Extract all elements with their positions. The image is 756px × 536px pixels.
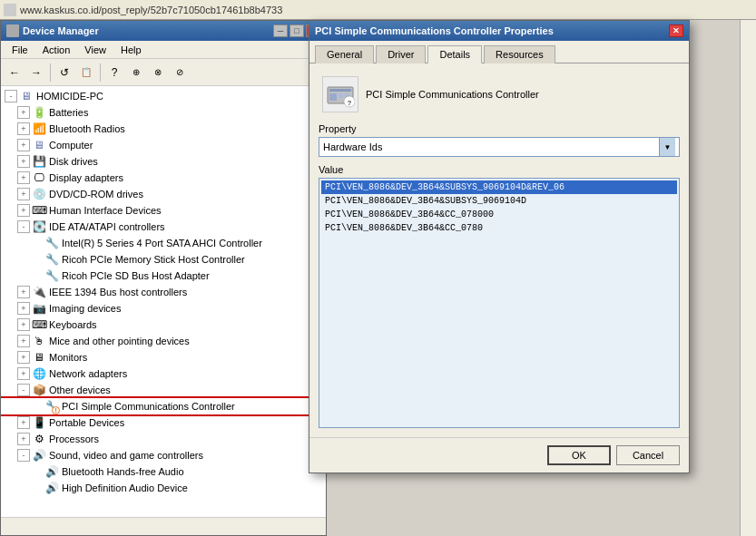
- help-button[interactable]: ?: [104, 63, 124, 83]
- expander-monitors[interactable]: +: [17, 351, 30, 364]
- icon-network: 🌐: [32, 366, 46, 381]
- value-item-0[interactable]: PCI\VEN_8086&DEV_3B64&SUBSYS_9069104D&RE…: [321, 180, 677, 194]
- tree-item-bluetooth[interactable]: + 📶 Bluetooth Radios: [1, 121, 326, 137]
- dialog-body: ? PCI Simple Communications Controller P…: [309, 63, 689, 437]
- expander-sound[interactable]: -: [17, 449, 30, 462]
- refresh-button[interactable]: ↺: [54, 63, 74, 83]
- icon-bt-audio: 🔊: [44, 464, 59, 479]
- back-button[interactable]: ←: [5, 63, 25, 83]
- tab-general[interactable]: General: [315, 45, 374, 63]
- menu-help[interactable]: Help: [113, 44, 149, 56]
- tree-item-dvd[interactable]: + 💿 DVD/CD-ROM drives: [1, 186, 326, 202]
- value-listbox[interactable]: PCI\VEN_8086&DEV_3B64&SUBSYS_9069104D&RE…: [319, 178, 680, 428]
- tree-label-ide: IDE ATA/ATAPI controllers: [49, 221, 165, 232]
- expander-network[interactable]: +: [17, 367, 30, 380]
- device-tree[interactable]: - 🖥 HOMICIDE-PC + 🔋 Batteries + 📶 Blueto…: [1, 86, 326, 517]
- tree-label-portable: Portable Devices: [49, 417, 124, 428]
- expander-batteries[interactable]: +: [17, 106, 30, 119]
- icon-batteries: 🔋: [32, 105, 46, 120]
- expander-ide[interactable]: -: [17, 220, 30, 233]
- tree-label-bt-audio: Bluetooth Hands-free Audio: [62, 466, 184, 477]
- tree-item-other[interactable]: - 📦 Other devices: [1, 382, 326, 398]
- tree-item-ide[interactable]: - 💽 IDE ATA/ATAPI controllers: [1, 219, 326, 235]
- expander-display[interactable]: +: [17, 171, 30, 184]
- device-btn-2[interactable]: ⊗: [148, 63, 168, 83]
- expander-portable[interactable]: +: [17, 416, 30, 429]
- property-section: Property Hardware Ids ▼: [319, 123, 680, 157]
- tree-item-diskdrives[interactable]: + 💾 Disk drives: [1, 153, 326, 170]
- tree-item-mice[interactable]: + 🖱 Mice and other pointing devices: [1, 333, 326, 349]
- tree-item-hid[interactable]: + ⌨ Human Interface Devices: [1, 202, 326, 219]
- tree-label-hid: Human Interface Devices: [49, 205, 162, 216]
- window-title: Device Manager: [23, 25, 99, 36]
- tree-item-portable[interactable]: + 📱 Portable Devices: [1, 414, 326, 431]
- cancel-button[interactable]: Cancel: [616, 445, 680, 465]
- tree-item-processors[interactable]: + ⚙ Processors: [1, 431, 326, 447]
- tree-label-keyboards: Keyboards: [49, 319, 97, 330]
- maximize-button[interactable]: □: [290, 24, 304, 37]
- tree-item-display[interactable]: + 🖵 Display adapters: [1, 170, 326, 186]
- expander-mice[interactable]: +: [17, 335, 30, 347]
- device-big-icon: ?: [322, 76, 358, 112]
- tree-label-computer: Computer: [49, 140, 93, 151]
- menu-action[interactable]: Action: [35, 44, 78, 56]
- svg-rect-1: [329, 89, 351, 92]
- expander-dvd[interactable]: +: [17, 188, 30, 200]
- tree-item-root[interactable]: - 🖥 HOMICIDE-PC: [1, 88, 326, 104]
- property-label: Property: [319, 123, 680, 134]
- expander-bluetooth[interactable]: +: [17, 122, 30, 135]
- tree-item-ide3[interactable]: 🔧 Ricoh PCIe SD Bus Host Adapter: [1, 268, 326, 284]
- tree-label-pci: PCI Simple Communications Controller: [62, 401, 235, 412]
- expander-processors[interactable]: +: [17, 433, 30, 445]
- expander-root[interactable]: -: [5, 90, 17, 102]
- device-btn-3[interactable]: ⊘: [170, 63, 190, 83]
- expander-imaging[interactable]: +: [17, 302, 30, 315]
- icon-sound: 🔊: [32, 448, 46, 463]
- tree-item-computer[interactable]: + 🖥 Computer: [1, 137, 326, 153]
- dialog-close-button[interactable]: ✕: [669, 24, 683, 37]
- tree-item-ieee[interactable]: + 🔌 IEEE 1394 Bus host controllers: [1, 284, 326, 300]
- forward-button[interactable]: →: [26, 63, 46, 83]
- tree-item-monitors[interactable]: + 🖥 Monitors: [1, 349, 326, 365]
- expander-disk[interactable]: +: [17, 155, 30, 168]
- tree-item-hd-audio[interactable]: 🔊 High Definition Audio Device: [1, 480, 326, 496]
- expander-ieee[interactable]: +: [17, 286, 30, 298]
- value-item-1[interactable]: PCI\VEN_8086&DEV_3B64&SUBSYS_9069104D: [321, 194, 677, 208]
- tree-label-sound: Sound, video and game controllers: [49, 450, 203, 461]
- expander-other[interactable]: -: [17, 384, 30, 396]
- properties-button[interactable]: 📋: [76, 63, 96, 83]
- expander-hid[interactable]: +: [17, 204, 30, 217]
- minimize-button[interactable]: ─: [273, 24, 288, 37]
- icon-ide1: 🔧: [44, 236, 59, 250]
- menu-view[interactable]: View: [77, 44, 113, 56]
- window-titlebar: Device Manager ─ □ ✕: [1, 21, 326, 41]
- tab-details[interactable]: Details: [427, 45, 482, 63]
- menu-file[interactable]: File: [5, 44, 35, 56]
- tree-item-bt-audio[interactable]: 🔊 Bluetooth Hands-free Audio: [1, 463, 326, 480]
- tree-label-hd-audio: High Definition Audio Device: [62, 482, 188, 493]
- tab-resources[interactable]: Resources: [484, 45, 555, 63]
- menu-bar: File Action View Help: [1, 41, 326, 59]
- tree-item-ide1[interactable]: 🔧 Intel(R) 5 Series 4 Port SATA AHCI Con…: [1, 235, 326, 251]
- expander-computer[interactable]: +: [17, 139, 30, 151]
- value-item-2[interactable]: PCI\VEN_8086&DEV_3B64&CC_078000: [321, 208, 677, 221]
- icon-other: 📦: [32, 383, 46, 397]
- tree-item-pci[interactable]: 🔧 ! PCI Simple Communications Controller: [1, 398, 326, 414]
- tab-driver[interactable]: Driver: [376, 45, 426, 63]
- tree-item-ide2[interactable]: 🔧 Ricoh PCIe Memory Stick Host Controlle…: [1, 251, 326, 268]
- tree-item-imaging[interactable]: + 📷 Imaging devices: [1, 300, 326, 317]
- tree-item-network[interactable]: + 🌐 Network adapters: [1, 365, 326, 382]
- expander-keyboards[interactable]: +: [17, 318, 30, 331]
- icon-imaging: 📷: [32, 301, 46, 316]
- tree-item-batteries[interactable]: + 🔋 Batteries: [1, 104, 326, 121]
- ok-button[interactable]: OK: [547, 445, 611, 465]
- value-item-3[interactable]: PCI\VEN_8086&DEV_3B64&CC_0780: [321, 221, 677, 235]
- window-icon: [6, 24, 19, 37]
- toolbar: ← → ↺ 📋 ? ⊕ ⊗ ⊘: [1, 59, 326, 86]
- property-dropdown[interactable]: Hardware Ids ▼: [319, 137, 680, 157]
- device-btn-1[interactable]: ⊕: [126, 63, 146, 83]
- tree-item-sound[interactable]: - 🔊 Sound, video and game controllers: [1, 447, 326, 463]
- toolbar-separator-1: [50, 63, 51, 82]
- right-scrollbar[interactable]: [740, 20, 756, 536]
- tree-item-keyboards[interactable]: + ⌨ Keyboards: [1, 317, 326, 333]
